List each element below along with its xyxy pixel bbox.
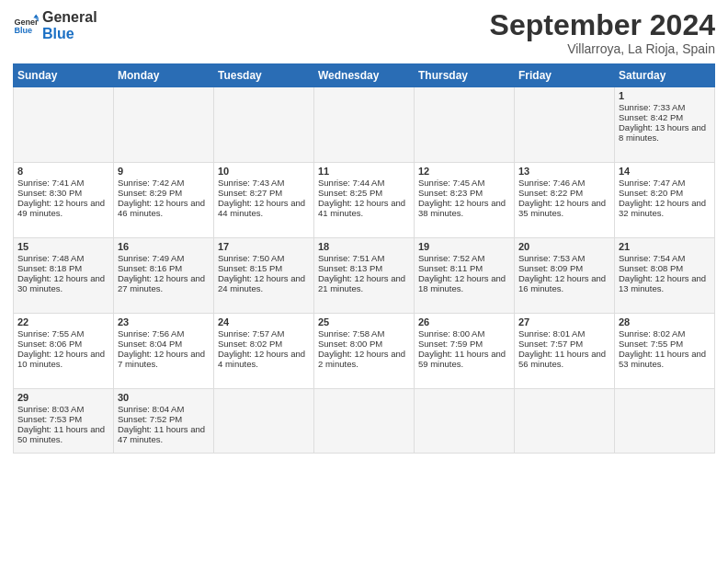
page: General Blue General Blue September 2024…: [0, 0, 728, 563]
table-row: 9Sunrise: 7:42 AMSunset: 8:29 PMDaylight…: [114, 163, 214, 238]
header-row: Sunday Monday Tuesday Wednesday Thursday…: [14, 64, 715, 87]
table-row: 22Sunrise: 7:55 AMSunset: 8:06 PMDayligh…: [14, 314, 114, 389]
table-row: 28Sunrise: 8:02 AMSunset: 7:55 PMDayligh…: [615, 314, 715, 389]
calendar-row: 8Sunrise: 7:41 AMSunset: 8:30 PMDaylight…: [14, 163, 715, 238]
table-row: 16Sunrise: 7:49 AMSunset: 8:16 PMDayligh…: [114, 238, 214, 314]
table-row: 15Sunrise: 7:48 AMSunset: 8:18 PMDayligh…: [14, 238, 114, 314]
calendar-row: 15Sunrise: 7:48 AMSunset: 8:18 PMDayligh…: [14, 238, 715, 314]
table-row: 1Sunrise: 7:33 AMSunset: 8:42 PMDaylight…: [615, 87, 715, 163]
table-row: 27Sunrise: 8:01 AMSunset: 7:57 PMDayligh…: [515, 314, 615, 389]
col-friday: Friday: [515, 64, 615, 87]
table-row: 20Sunrise: 7:53 AMSunset: 8:09 PMDayligh…: [515, 238, 615, 314]
col-thursday: Thursday: [415, 64, 515, 87]
table-row: 21Sunrise: 7:54 AMSunset: 8:08 PMDayligh…: [615, 238, 715, 314]
table-row: [415, 87, 515, 163]
table-row: 11Sunrise: 7:44 AMSunset: 8:25 PMDayligh…: [314, 163, 415, 238]
logo: General Blue General Blue: [13, 9, 97, 41]
title-block: September 2024 Villarroya, La Rioja, Spa…: [490, 9, 715, 56]
table-row: 19Sunrise: 7:52 AMSunset: 8:11 PMDayligh…: [415, 238, 515, 314]
table-row: 10Sunrise: 7:43 AMSunset: 8:27 PMDayligh…: [214, 163, 314, 238]
location-subtitle: Villarroya, La Rioja, Spain: [490, 41, 715, 56]
table-row: [515, 87, 615, 163]
table-row: 18Sunrise: 7:51 AMSunset: 8:13 PMDayligh…: [314, 238, 415, 314]
table-row: 17Sunrise: 7:50 AMSunset: 8:15 PMDayligh…: [214, 238, 314, 314]
table-row: [14, 87, 114, 163]
col-monday: Monday: [114, 64, 214, 87]
table-row: 12Sunrise: 7:45 AMSunset: 8:23 PMDayligh…: [415, 163, 515, 238]
col-wednesday: Wednesday: [314, 64, 415, 87]
svg-text:Blue: Blue: [14, 26, 32, 35]
svg-text:General: General: [14, 17, 39, 26]
table-row: 26Sunrise: 8:00 AMSunset: 7:59 PMDayligh…: [415, 314, 515, 389]
month-title: September 2024: [490, 9, 715, 41]
table-row: [515, 389, 615, 454]
calendar-table: Sunday Monday Tuesday Wednesday Thursday…: [13, 63, 715, 454]
col-tuesday: Tuesday: [214, 64, 314, 87]
logo-blue: Blue: [42, 26, 97, 42]
col-sunday: Sunday: [14, 64, 114, 87]
table-row: [314, 389, 415, 454]
table-row: 25Sunrise: 7:58 AMSunset: 8:00 PMDayligh…: [314, 314, 415, 389]
table-row: 29Sunrise: 8:03 AMSunset: 7:53 PMDayligh…: [14, 389, 114, 454]
table-row: [615, 389, 715, 454]
table-row: 30Sunrise: 8:04 AMSunset: 7:52 PMDayligh…: [114, 389, 214, 454]
calendar-row: 1Sunrise: 7:33 AMSunset: 8:42 PMDaylight…: [14, 87, 715, 163]
table-row: [214, 389, 314, 454]
table-row: 24Sunrise: 7:57 AMSunset: 8:02 PMDayligh…: [214, 314, 314, 389]
logo-icon: General Blue: [13, 13, 39, 39]
table-row: 23Sunrise: 7:56 AMSunset: 8:04 PMDayligh…: [114, 314, 214, 389]
table-row: 13Sunrise: 7:46 AMSunset: 8:22 PMDayligh…: [515, 163, 615, 238]
table-row: [214, 87, 314, 163]
table-row: [314, 87, 415, 163]
calendar-row: 29Sunrise: 8:03 AMSunset: 7:53 PMDayligh…: [14, 389, 715, 454]
table-row: [415, 389, 515, 454]
svg-marker-2: [33, 14, 39, 17]
table-row: 14Sunrise: 7:47 AMSunset: 8:20 PMDayligh…: [615, 163, 715, 238]
logo-general: General: [42, 9, 97, 26]
header: General Blue General Blue September 2024…: [13, 9, 715, 56]
calendar-row: 22Sunrise: 7:55 AMSunset: 8:06 PMDayligh…: [14, 314, 715, 389]
table-row: 8Sunrise: 7:41 AMSunset: 8:30 PMDaylight…: [14, 163, 114, 238]
col-saturday: Saturday: [615, 64, 715, 87]
table-row: [114, 87, 214, 163]
